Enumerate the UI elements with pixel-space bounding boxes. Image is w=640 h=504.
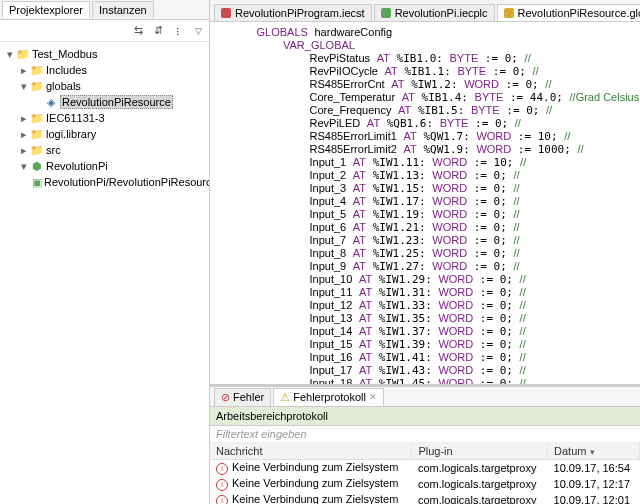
col-date[interactable]: Datum ▾ (548, 443, 640, 460)
log-row[interactable]: !Keine Verbindung zum Zielsystemcom.logi… (210, 460, 640, 477)
project-explorer-panel: Projektexplorer Instanzen ⇆ ⇵ ⫶ ▽ ▾📁Test… (0, 0, 210, 504)
error-icon: ⊘ (221, 391, 230, 404)
tree-globals[interactable]: ▾📁globals (4, 78, 209, 94)
bottom-tabs: ⊘Fehler ⚠Fehlerprotokoll✕ (210, 387, 640, 407)
left-toolbar: ⇆ ⇵ ⫶ ▽ (0, 20, 209, 42)
log-row[interactable]: !Keine Verbindung zum Zielsystemcom.logi… (210, 492, 640, 504)
project-tree[interactable]: ▾📁Test_Modbus ▸📁Includes ▾📁globals ◈Revo… (0, 42, 209, 504)
tab-errors[interactable]: ⊘Fehler (214, 388, 271, 406)
file-icon (504, 8, 514, 18)
filter-input[interactable]: Filtertext eingeben (210, 426, 640, 443)
tree-src[interactable]: ▸📁src (4, 142, 209, 158)
error-icon: ! (216, 479, 228, 491)
tab-error-protocol[interactable]: ⚠Fehlerprotokoll✕ (273, 388, 384, 406)
log-table[interactable]: Nachricht Plug-in Datum ▾ !Keine Verbind… (210, 443, 640, 504)
col-message[interactable]: Nachricht (210, 443, 412, 460)
editor-tab-program[interactable]: RevolutionPiProgram.iecst (214, 4, 372, 21)
tree-logi-library[interactable]: ▸📁logi.library (4, 126, 209, 142)
link-editor-icon[interactable]: ⇵ (151, 24, 165, 38)
error-icon: ! (216, 495, 228, 504)
tree-revpi-path[interactable]: ▣RevolutionPi/RevolutionPiResource (4, 174, 209, 190)
bottom-panel: ⊘Fehler ⚠Fehlerprotokoll✕ Arbeitsbereich… (210, 384, 640, 504)
col-plugin[interactable]: Plug-in (412, 443, 548, 460)
editor-tab-plc[interactable]: RevolutionPi.iecplc (374, 4, 495, 21)
tree-project-root[interactable]: ▾📁Test_Modbus (4, 46, 209, 62)
close-icon[interactable]: ✕ (369, 392, 377, 402)
tree-revolutionpi[interactable]: ▾⬢RevolutionPi (4, 158, 209, 174)
protocol-title: Arbeitsbereichprotokoll (210, 407, 640, 426)
file-icon (221, 8, 231, 18)
tab-instances[interactable]: Instanzen (92, 1, 154, 18)
tree-iec[interactable]: ▸📁IEC61131-3 (4, 110, 209, 126)
editor-tab-resource-global[interactable]: RevolutionPiResource.global✕ (497, 4, 640, 21)
warning-icon: ⚠ (280, 391, 290, 404)
editor-tabs: RevolutionPiProgram.iecst RevolutionPi.i… (210, 0, 640, 22)
file-icon (381, 8, 391, 18)
filter-icon[interactable]: ⫶ (171, 24, 185, 38)
left-tabs: Projektexplorer Instanzen (0, 0, 209, 20)
code-editor[interactable]: GLOBALS hardwareConfig VAR_GLOBAL RevPiS… (210, 22, 640, 384)
tab-project-explorer[interactable]: Projektexplorer (2, 1, 90, 18)
collapse-icon[interactable]: ⇆ (131, 24, 145, 38)
log-row[interactable]: !Keine Verbindung zum Zielsystemcom.logi… (210, 476, 640, 492)
tree-includes[interactable]: ▸📁Includes (4, 62, 209, 78)
tree-revpi-resource[interactable]: ◈RevolutionPiResource (4, 94, 209, 110)
error-icon: ! (216, 463, 228, 475)
view-menu-icon[interactable]: ▽ (191, 24, 205, 38)
